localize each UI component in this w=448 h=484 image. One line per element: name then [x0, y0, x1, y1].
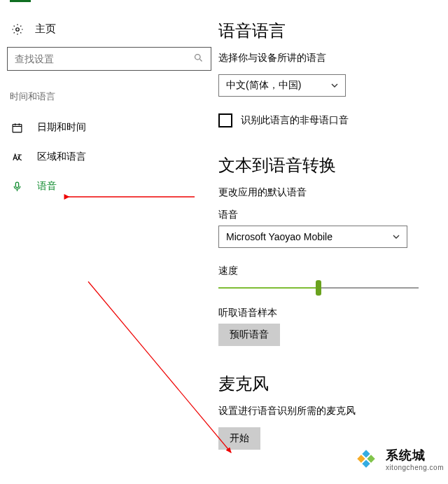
microphone-icon [11, 181, 23, 193]
mic-start-button[interactable]: 开始 [218, 427, 260, 450]
svg-rect-2 [13, 124, 22, 132]
calendar-icon [11, 122, 23, 134]
svg-point-1 [195, 55, 201, 60]
chevron-down-icon [393, 231, 400, 242]
svg-point-0 [16, 27, 20, 31]
search-input[interactable] [15, 53, 193, 64]
search-input-wrap[interactable] [7, 47, 211, 71]
svg-rect-8 [357, 455, 365, 462]
svg-rect-9 [362, 459, 370, 467]
watermark-name: 系统城 [386, 447, 444, 464]
sidebar-item-label: 语音 [37, 180, 57, 193]
svg-rect-6 [362, 450, 370, 457]
watermark-url: xitongcheng.com [386, 464, 444, 471]
speech-language-desc: 选择你与设备所讲的语言 [218, 52, 441, 64]
home-row[interactable]: 主页 [7, 20, 211, 43]
dropdown-value: 中文(简体，中国) [226, 79, 301, 92]
home-label: 主页 [35, 22, 56, 36]
preview-voice-button[interactable]: 预听语音 [218, 324, 280, 346]
svg-rect-7 [367, 455, 374, 462]
gear-icon [11, 23, 24, 36]
watermark-logo-icon [352, 445, 380, 473]
speech-language-heading: 语音语言 [218, 20, 441, 42]
search-icon [193, 53, 204, 65]
checkbox-icon [218, 113, 232, 127]
sidebar-item-datetime[interactable]: 日期和时间 [7, 113, 211, 142]
speed-slider[interactable] [218, 287, 419, 289]
sidebar-item-region[interactable]: 区域和语言 [7, 142, 211, 172]
microphone-desc: 设置进行语音识别所需的麦克风 [218, 405, 441, 417]
chevron-down-icon [331, 80, 338, 91]
language-icon [11, 151, 23, 163]
sample-label: 听取语音样本 [218, 307, 441, 319]
voice-dropdown[interactable]: Microsoft Yaoyao Mobile [218, 226, 407, 248]
sidebar-item-speech[interactable]: 语音 [7, 172, 211, 201]
tts-desc: 更改应用的默认语音 [218, 186, 441, 199]
watermark: 系统城 xitongcheng.com [352, 445, 444, 473]
slider-thumb[interactable] [316, 280, 321, 296]
microphone-heading: 麦克风 [218, 373, 441, 395]
tts-heading: 文本到语音转换 [218, 154, 441, 177]
speech-language-dropdown[interactable]: 中文(简体，中国) [218, 74, 346, 97]
sidebar-item-label: 日期和时间 [37, 121, 86, 134]
dropdown-value: Microsoft Yaoyao Mobile [226, 231, 332, 242]
voice-label: 语音 [218, 209, 441, 221]
nonnative-accent-checkbox[interactable]: 识别此语言的非母语口音 [218, 113, 441, 127]
svg-rect-3 [15, 182, 18, 188]
checkbox-label: 识别此语言的非母语口音 [241, 114, 349, 127]
nav-group-title: 时间和语言 [7, 86, 211, 113]
sidebar-item-label: 区域和语言 [37, 151, 86, 163]
speed-label: 速度 [218, 265, 441, 277]
